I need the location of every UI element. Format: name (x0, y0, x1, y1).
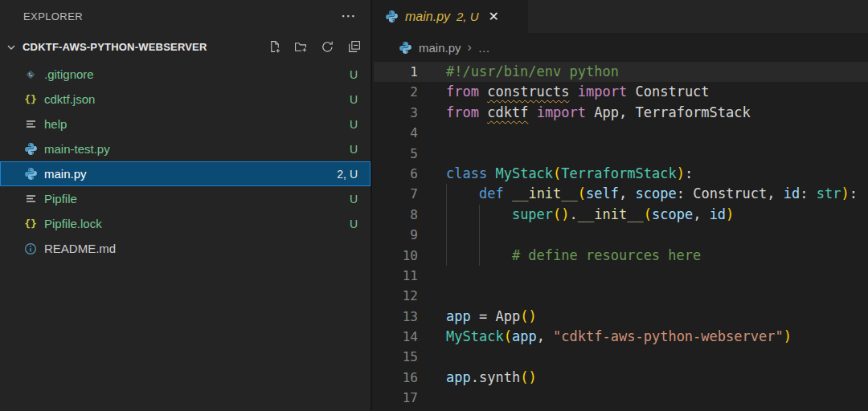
line-number[interactable]: 9 (374, 225, 418, 245)
token: constructs (487, 83, 569, 100)
token (479, 83, 487, 100)
code-text: from constructs import Construct (446, 82, 710, 102)
code-line-12[interactable]: 12 (374, 286, 868, 306)
token: ( (553, 165, 561, 181)
token: scope (652, 206, 693, 222)
line-number[interactable]: 2 (374, 82, 418, 102)
code-line-13[interactable]: 13app = App() (374, 307, 868, 327)
code-line-6[interactable]: 6class MyStack(TerraformStack): (374, 164, 868, 184)
code-line-17[interactable]: 17 (374, 388, 868, 408)
line-number[interactable]: 17 (374, 388, 418, 408)
new-file-icon[interactable] (267, 40, 281, 55)
token (446, 185, 479, 201)
git-status-badge: U (350, 118, 358, 131)
token: Construct (693, 185, 767, 201)
token: ( (578, 185, 586, 201)
json-icon: {} (23, 217, 38, 231)
token: () (520, 308, 536, 324)
file-name: help (44, 117, 67, 131)
sidebar-item-pipfile-lock[interactable]: {}Pipfile.lockU (0, 211, 371, 236)
sidebar-item--gitignore[interactable]: .gitignoreU (0, 62, 371, 87)
line-number[interactable]: 6 (374, 164, 418, 184)
code-line-14[interactable]: 14MyStack(app, "cdktf-aws-python-webserv… (374, 327, 868, 347)
code-editor[interactable]: 1#!/usr/bin/env python2from constructs i… (374, 62, 868, 411)
token: __init__ (578, 206, 644, 222)
python-icon (399, 41, 412, 55)
line-number[interactable]: 16 (374, 368, 418, 388)
line-number[interactable]: 10 (374, 246, 418, 266)
json-icon: {} (23, 92, 38, 107)
line-number[interactable]: 5 (374, 144, 418, 164)
token: "cdktf-aws-python-webserver" (553, 328, 784, 344)
line-number[interactable]: 14 (374, 327, 418, 347)
token: def (479, 185, 504, 201)
token: ) (726, 206, 734, 222)
code-line-8[interactable]: 8 super().__init__(scope, id) (374, 205, 868, 225)
token: MyStack (446, 328, 504, 344)
token: , (693, 206, 709, 222)
sidebar-item-main-py[interactable]: main.py2, U (0, 161, 371, 186)
token: : (685, 165, 693, 181)
breadcrumb-symbols[interactable]: … (478, 41, 490, 55)
python-icon (23, 142, 38, 157)
token: . (471, 369, 479, 385)
token (479, 104, 487, 120)
line-number[interactable]: 13 (374, 307, 418, 327)
line-number[interactable]: 8 (374, 205, 418, 225)
token: () (553, 206, 569, 222)
line-number[interactable]: 15 (374, 347, 418, 367)
git-status-badge: U (350, 193, 358, 206)
sidebar-item-cdktf-json[interactable]: {}cdktf.jsonU (0, 87, 371, 112)
folder-section-header[interactable]: CDKTF-AWS-PYTHON-WEBSERVER (0, 32, 371, 62)
new-folder-icon[interactable] (293, 40, 308, 55)
explorer-title: EXPLORER (23, 10, 83, 22)
breadcrumb-file[interactable]: main.py (419, 41, 461, 55)
line-number[interactable]: 11 (374, 266, 418, 286)
tab-main-py[interactable]: main.py 2, U ✕ (374, 0, 528, 33)
token: App (495, 308, 520, 324)
code-line-4[interactable]: 4 (374, 123, 868, 143)
line-number[interactable]: 1 (374, 62, 418, 82)
code-text: def __init__(self, scope: Construct, id:… (446, 184, 858, 204)
token: from (446, 83, 479, 100)
code-line-11[interactable]: 11 (374, 266, 868, 286)
token (528, 104, 536, 120)
code-line-9[interactable]: 9 (374, 225, 868, 245)
sidebar-item-pipfile[interactable]: PipfileU (0, 186, 371, 211)
code-line-5[interactable]: 5 (374, 144, 868, 164)
token: : (677, 185, 693, 201)
collapse-all-icon[interactable] (346, 40, 361, 55)
sidebar-item-help[interactable]: helpU (0, 112, 371, 136)
code-text: app.synth() (446, 368, 537, 388)
indent-guide (446, 246, 447, 266)
tab-label: main.py (405, 10, 450, 24)
token: super (512, 206, 553, 222)
code-line-15[interactable]: 15 (374, 347, 868, 367)
line-number[interactable]: 3 (374, 103, 418, 123)
sidebar-item-readme-md[interactable]: README.md (0, 236, 371, 261)
code-line-16[interactable]: 16app.synth() (374, 368, 868, 388)
file-name: main.py (44, 167, 87, 181)
code-text: from cdktf import App, TerraformStack (446, 103, 751, 123)
line-number[interactable]: 4 (374, 123, 418, 143)
token: : (850, 185, 858, 201)
sidebar-item-main-test-py[interactable]: main-test.pyU (0, 136, 371, 161)
token: synth (479, 369, 520, 385)
token: __init__ (512, 185, 578, 201)
breadcrumb: main.py › … (374, 33, 868, 62)
code-line-1[interactable]: 1#!/usr/bin/env python (374, 62, 868, 82)
code-line-2[interactable]: 2from constructs import Construct (374, 82, 868, 102)
line-number[interactable]: 12 (374, 286, 418, 306)
line-number[interactable]: 7 (374, 184, 418, 204)
token: # define resources here (446, 247, 701, 263)
token: id (784, 185, 800, 201)
code-line-7[interactable]: 7 def __init__(self, scope: Construct, i… (374, 184, 868, 204)
code-text: #!/usr/bin/env python (446, 62, 619, 82)
code-line-10[interactable]: 10 # define resources here (374, 246, 868, 266)
code-line-3[interactable]: 3from cdktf import App, TerraformStack (374, 103, 868, 123)
more-actions-icon[interactable]: ⋯ (341, 12, 358, 20)
close-icon[interactable]: ✕ (489, 10, 499, 23)
refresh-icon[interactable] (320, 40, 334, 55)
list-icon (23, 117, 38, 132)
token: ) (677, 165, 685, 181)
